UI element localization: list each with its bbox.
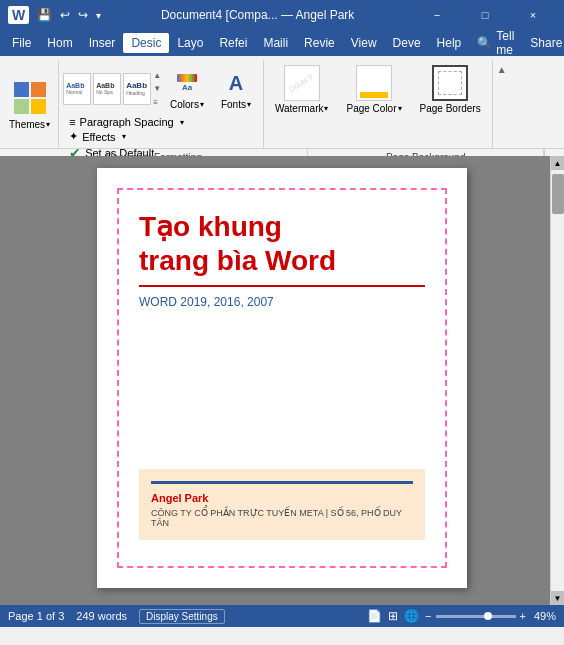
menu-design[interactable]: Desic <box>123 33 169 53</box>
view-layout-icon[interactable]: ⊞ <box>388 609 398 623</box>
menu-references[interactable]: Refei <box>211 33 255 53</box>
menu-bar: File Hom Inser Desic Layo Refei Maili Re… <box>0 30 564 56</box>
footer-border: Angel Park CÔNG TY CỔ PHẦN TRỰC TUYẾN ME… <box>151 481 413 528</box>
menu-file[interactable]: File <box>4 33 39 53</box>
zoom-plus-button[interactable]: + <box>520 610 526 622</box>
tell-me-input[interactable]: 🔍 Tell me <box>469 26 522 60</box>
colors-icon: Aa <box>171 67 203 99</box>
customize-qat-icon[interactable]: ▾ <box>96 10 101 21</box>
document-title: Tạo khung trang bìa Word <box>139 210 425 287</box>
themes-label: Themes <box>9 119 45 130</box>
undo-icon[interactable]: ↩ <box>60 8 70 22</box>
svg-rect-3 <box>31 99 46 114</box>
effects-icon: ✦ <box>69 130 78 143</box>
page-borders-label: Page Borders <box>420 103 481 114</box>
zoom-controls: − + 49% <box>425 610 556 622</box>
view-normal-icon[interactable]: 📄 <box>367 609 382 623</box>
zoom-percent[interactable]: 49% <box>534 610 556 622</box>
colors-label: Colors <box>170 99 199 110</box>
paragraph-spacing-icon: ≡ <box>69 116 75 128</box>
menu-developer[interactable]: Deve <box>385 33 429 53</box>
effects-menuitem[interactable]: ✦ Effects ▾ <box>67 129 255 144</box>
ribbon-collapse-area: ▲ <box>493 60 511 148</box>
ribbon: Themes ▾ AaBb Normal AaBb No Spa <box>0 56 564 156</box>
save-icon[interactable]: 💾 <box>37 8 52 22</box>
style-scroll-up[interactable]: ▲ <box>153 71 161 80</box>
minimize-button[interactable]: − <box>414 0 460 30</box>
zoom-slider[interactable] <box>436 615 516 618</box>
page-color-icon <box>356 65 392 101</box>
svg-rect-0 <box>14 82 29 97</box>
fonts-arrow[interactable]: ▾ <box>247 100 251 109</box>
paragraph-spacing-label: Paragraph Spacing <box>80 116 174 128</box>
watermark-button[interactable]: DRAFT Watermark ▾ <box>268 62 336 117</box>
redo-icon[interactable]: ↪ <box>78 8 88 22</box>
page-info: Page 1 of 3 <box>8 610 64 622</box>
doc-formatting-group: AaBb Normal AaBb No Spa AaBb Heading ▲ ▼ <box>59 60 264 148</box>
title-bar-left: W 💾 ↩ ↪ ▾ <box>8 6 101 24</box>
page-color-arrow[interactable]: ▾ <box>398 104 402 113</box>
title-bar-title: Document4 [Compa... — Angel Park <box>161 8 354 22</box>
status-bar: Page 1 of 3 249 words Display Settings 📄… <box>0 605 564 627</box>
display-settings-button[interactable]: Display Settings <box>139 609 225 624</box>
menu-insert[interactable]: Inser <box>81 33 124 53</box>
style-set-1[interactable]: AaBb Normal <box>63 73 91 105</box>
fonts-button[interactable]: A Fonts ▾ <box>213 62 259 115</box>
view-web-icon[interactable]: 🌐 <box>404 609 419 623</box>
style-set-3[interactable]: AaBb Heading <box>123 73 151 105</box>
footer-name: Angel Park <box>151 492 413 504</box>
style-set-2[interactable]: AaBb No Spa <box>93 73 121 105</box>
themes-dropdown-arrow[interactable]: ▾ <box>46 120 50 129</box>
scroll-up-button[interactable]: ▲ <box>551 156 565 170</box>
zoom-thumb <box>484 612 492 620</box>
style-sets-container: AaBb Normal AaBb No Spa AaBb Heading ▲ ▼ <box>63 71 161 107</box>
scroll-down-button[interactable]: ▼ <box>551 591 565 605</box>
paragraph-spacing-arrow: ▾ <box>180 118 184 127</box>
page-color-button[interactable]: Page Color ▾ <box>339 62 408 117</box>
colors-button[interactable]: Aa Colors ▾ <box>163 62 211 115</box>
vertical-scrollbar[interactable]: ▲ ▼ <box>550 156 564 605</box>
document-area: Tạo khung trang bìa Word WORD 2019, 2016… <box>0 156 564 605</box>
watermark-label: Watermark <box>275 103 324 114</box>
effects-arrow: ▾ <box>122 132 126 141</box>
svg-rect-1 <box>31 82 46 97</box>
footer-company: CÔNG TY CỔ PHẦN TRỰC TUYẾN META | SỐ 56,… <box>151 508 413 528</box>
paragraph-spacing-menuitem[interactable]: ≡ Paragraph Spacing ▾ <box>67 115 255 129</box>
themes-icon <box>11 79 49 117</box>
zoom-minus-button[interactable]: − <box>425 610 431 622</box>
menu-layout[interactable]: Layo <box>169 33 211 53</box>
watermark-icon: DRAFT <box>284 65 320 101</box>
themes-button[interactable]: Themes ▾ <box>0 60 59 148</box>
word-logo-icon: W <box>8 6 29 24</box>
doc-formatting-content: AaBb Normal AaBb No Spa AaBb Heading ▲ ▼ <box>63 62 259 115</box>
share-button[interactable]: Share <box>522 33 564 53</box>
word-count: 249 words <box>76 610 127 622</box>
scroll-thumb[interactable] <box>552 174 564 214</box>
style-scroll-down[interactable]: ▼ <box>153 84 161 93</box>
menu-help[interactable]: Help <box>429 33 470 53</box>
status-left: Page 1 of 3 249 words Display Settings <box>8 609 225 624</box>
page-background-content: DRAFT Watermark ▾ Page Color ▾ <box>268 62 488 146</box>
status-right: 📄 ⊞ 🌐 − + 49% <box>367 609 556 623</box>
menu-review[interactable]: Revie <box>296 33 343 53</box>
menu-view[interactable]: View <box>343 33 385 53</box>
document-page: Tạo khung trang bìa Word WORD 2019, 2016… <box>97 168 467 588</box>
colors-arrow[interactable]: ▾ <box>200 100 204 109</box>
page-borders-icon <box>432 65 468 101</box>
page-color-label: Page Color <box>346 103 396 114</box>
document-footer: Angel Park CÔNG TY CỔ PHẦN TRỰC TUYẾN ME… <box>139 469 425 540</box>
document-subtitle: WORD 2019, 2016, 2007 <box>139 295 425 309</box>
fonts-label: Fonts <box>221 99 246 110</box>
effects-label: Effects <box>82 131 115 143</box>
watermark-arrow[interactable]: ▾ <box>324 104 328 113</box>
menu-home[interactable]: Hom <box>39 33 80 53</box>
fonts-icon: A <box>220 67 252 99</box>
menu-mailings[interactable]: Maili <box>255 33 296 53</box>
svg-rect-2 <box>14 99 29 114</box>
page-border-dashed: Tạo khung trang bìa Word WORD 2019, 2016… <box>117 188 447 568</box>
style-expand[interactable]: ≡ <box>153 98 161 107</box>
page-borders-button[interactable]: Page Borders <box>413 62 488 117</box>
page-background-group: DRAFT Watermark ▾ Page Color ▾ <box>264 60 493 148</box>
style-sets-scroll: ▲ ▼ ≡ <box>153 71 161 107</box>
ribbon-collapse-button[interactable]: ▲ <box>497 64 507 75</box>
